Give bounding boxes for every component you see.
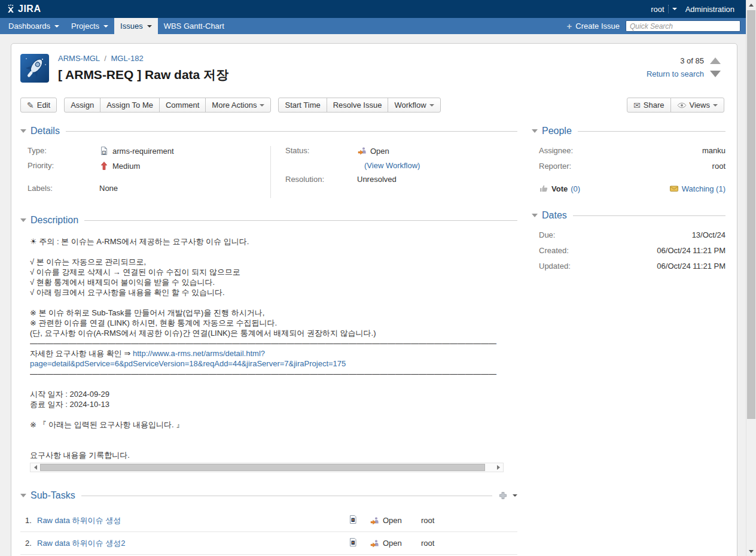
description-line: 요구사항 내용을 기록합니다. — [30, 450, 504, 460]
collapse-triangle-icon[interactable] — [20, 494, 26, 497]
breadcrumb-issue-link[interactable]: MGL-182 — [111, 54, 143, 63]
collapse-triangle-icon[interactable] — [532, 214, 538, 217]
administration-link[interactable]: Administration — [685, 5, 734, 14]
dates-section-title: Dates — [542, 210, 567, 221]
vote-link[interactable]: Vote (0) — [539, 184, 580, 193]
breadcrumb-project-link[interactable]: ARMS-MGL — [58, 54, 100, 63]
add-subtask-plus-icon[interactable] — [498, 491, 508, 500]
subtasks-section: Sub-Tasks 1. Raw data 하위이슈 생성 — [20, 490, 517, 555]
view-workflow-link[interactable]: (View Workflow) — [364, 161, 420, 170]
return-to-search-link[interactable]: Return to search — [647, 69, 704, 78]
subtask-row: 2. Raw data 하위이슈 생성2 — [20, 532, 517, 555]
page-title: [ ARMS-REQ ] Raw data 저장 — [58, 66, 228, 83]
status-open-icon — [370, 516, 379, 525]
description-horizontal-scrollbar[interactable] — [30, 463, 504, 472]
subtask-assignee: root — [421, 539, 434, 548]
subtask-options-chevron-icon[interactable] — [513, 494, 517, 499]
scroll-right-arrow-icon[interactable] — [493, 463, 503, 472]
subtask-title-link[interactable]: Raw data 하위이슈 생성2 — [37, 538, 348, 549]
nav-wbs-gantt-chart[interactable]: WBS Gantt-Chart — [158, 18, 230, 34]
watching-link[interactable]: Watching (1) — [669, 184, 725, 193]
description-line: √ 이슈를 강제로 삭제시 → 연결된 이슈 수집이 되지 않으므로 — [30, 267, 504, 277]
divider — [66, 131, 517, 132]
updated-label: Updated: — [539, 262, 571, 271]
watch-envelope-icon — [669, 184, 679, 193]
dash-divider: ————————————————————————————————————————… — [30, 338, 504, 348]
updated-value: 06/Oct/24 11:21 PM — [657, 262, 725, 271]
assign-to-me-button[interactable]: Assign To Me — [100, 98, 160, 113]
collapse-triangle-icon[interactable] — [20, 218, 26, 222]
nav-label: WBS Gantt-Chart — [164, 22, 224, 31]
details-section: Details Type: I — [20, 126, 517, 198]
type-label: Type: — [20, 146, 99, 155]
workflow-label: Workflow — [394, 101, 426, 110]
assign-button-group: Assign Assign To Me Comment More Actions — [64, 98, 271, 113]
description-link-line: 자세한 요구사항 내용 확인 ⇒ http://www.a-rms.net/ar… — [30, 348, 504, 358]
requirement-detail-link-continued[interactable]: page=detail&pdService=6&pdServiceVersion… — [30, 359, 346, 368]
blank-line — [30, 409, 504, 420]
views-button[interactable]: Views — [670, 98, 724, 113]
jira-charlie-icon — [6, 4, 16, 14]
issue-pager: 3 of 85 Return to search — [647, 54, 728, 83]
people-section-title: People — [542, 126, 572, 136]
nav-label: Issues — [120, 22, 143, 31]
quick-search-input[interactable] — [626, 20, 740, 32]
subtask-row: 1. Raw data 하위이슈 생성 — [20, 509, 517, 532]
blank-line — [30, 430, 504, 440]
description-line: √ 아래 링크에서 요구사항을 내용을 확인 할 수 있습니다. — [30, 287, 504, 297]
page-vertical-scrollbar[interactable] — [746, 0, 756, 556]
scroll-up-arrow-icon[interactable] — [746, 0, 756, 10]
chevron-down-icon — [103, 25, 108, 30]
issue-panel: ARMS-MGL / MGL-182 [ ARMS-REQ ] Raw data… — [11, 43, 737, 556]
resolve-issue-button[interactable]: Resolve Issue — [327, 98, 389, 113]
collapse-triangle-icon[interactable] — [20, 129, 26, 133]
blank-line — [30, 297, 504, 308]
subtask-status: Open — [383, 516, 402, 525]
top-application-bar: JIRA root Administration — [0, 0, 756, 18]
share-button[interactable]: ✉ Share — [627, 98, 670, 113]
jira-logo[interactable]: JIRA — [6, 4, 41, 14]
nav-issues[interactable]: Issues — [114, 18, 158, 34]
subtask-number: 2. — [20, 539, 37, 548]
description-line: ※ 『 아래는 입력된 요구사항 내용입니다. 』 — [30, 420, 504, 430]
svg-text:I: I — [103, 151, 105, 154]
scroll-left-arrow-icon[interactable] — [31, 463, 40, 472]
description-line: ※ 관련한 이슈를 연결 (LINK) 하시면, 현황 통계에 자동으로 수집됩… — [30, 318, 504, 328]
logo-text: JIRA — [18, 4, 41, 14]
project-avatar-rocket — [20, 54, 49, 83]
edit-button[interactable]: ✎ Edit — [20, 98, 57, 113]
priority-value: Medium — [112, 162, 140, 171]
spacer — [230, 18, 561, 34]
nav-dashboards[interactable]: Dashboards — [2, 18, 65, 34]
previous-issue-arrow-icon[interactable] — [710, 57, 721, 64]
divider — [81, 496, 492, 496]
user-name: root — [651, 5, 664, 14]
scroll-down-arrow-icon[interactable] — [746, 546, 756, 556]
start-time-button[interactable]: Start Time — [278, 98, 327, 113]
due-label: Due: — [539, 230, 555, 239]
description-link-line2: page=detail&pdService=6&pdServiceVersion… — [30, 358, 504, 369]
assign-button[interactable]: Assign — [64, 98, 100, 113]
horizontal-scrollbar-thumb[interactable] — [40, 464, 485, 471]
nav-projects[interactable]: Projects — [65, 18, 114, 34]
subtask-title-link[interactable]: Raw data 하위이슈 생성 — [37, 515, 348, 526]
blank-line — [30, 440, 504, 450]
views-label: Views — [690, 101, 710, 110]
people-section: People Assignee: manku Reporter: root — [532, 126, 725, 193]
comment-button[interactable]: Comment — [159, 98, 206, 113]
user-menu[interactable]: root — [651, 5, 676, 14]
resolution-value: Unresolved — [357, 175, 397, 184]
workflow-button[interactable]: Workflow — [388, 98, 440, 113]
requirement-detail-link[interactable]: http://www.a-rms.net/arms/detail.html? — [133, 349, 265, 358]
chevron-down-icon — [260, 104, 264, 109]
create-issue-button[interactable]: + Create Issue — [561, 18, 626, 34]
more-actions-button[interactable]: More Actions — [205, 98, 271, 113]
next-issue-arrow-icon[interactable] — [710, 71, 721, 77]
subtask-type-icon — [348, 515, 358, 524]
divider — [668, 5, 669, 13]
more-actions-label: More Actions — [212, 101, 257, 110]
collapse-triangle-icon[interactable] — [532, 129, 538, 133]
envelope-icon: ✉ — [633, 101, 641, 110]
vertical-scrollbar-thumb[interactable] — [747, 10, 755, 419]
workflow-button-group: Start Time Resolve Issue Workflow — [278, 98, 440, 113]
